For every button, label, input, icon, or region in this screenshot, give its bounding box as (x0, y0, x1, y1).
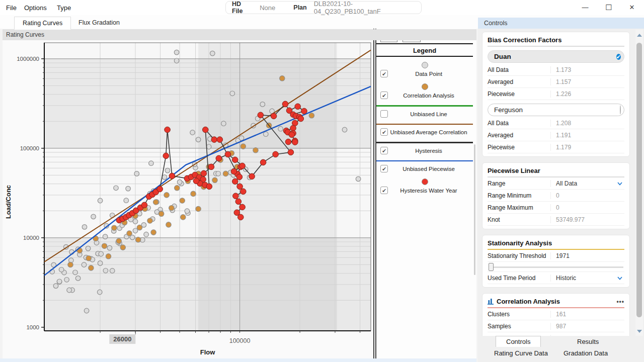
hysteresis-water-year-marker[interactable] (193, 178, 199, 184)
correlation-analysis-marker[interactable] (253, 148, 258, 153)
data-point-marker[interactable] (174, 50, 179, 55)
bottom-tab-results[interactable]: Results (577, 338, 599, 345)
menu-file[interactable]: File (6, 4, 17, 12)
data-point-marker[interactable] (57, 279, 62, 284)
close-icon[interactable]: ✕ (627, 3, 637, 12)
hysteresis-water-year-marker[interactable] (235, 199, 242, 205)
data-point-marker[interactable] (278, 126, 283, 131)
menu-options[interactable]: Options (24, 4, 47, 12)
hysteresis-water-year-marker[interactable] (260, 159, 266, 165)
correlation-analysis-marker[interactable] (191, 191, 196, 196)
data-point-marker[interactable] (264, 132, 269, 137)
data-point-marker[interactable] (98, 198, 103, 203)
data-point-marker[interactable] (239, 136, 244, 141)
data-point-marker[interactable] (342, 127, 347, 132)
data-point-marker[interactable] (133, 219, 138, 224)
data-point-marker[interactable] (86, 246, 91, 251)
hysteresis-water-year-marker[interactable] (236, 174, 243, 180)
data-point-marker[interactable] (84, 308, 89, 313)
hysteresis-water-year-marker[interactable] (211, 137, 217, 143)
data-point-marker[interactable] (196, 137, 201, 142)
legend-checkbox[interactable] (380, 110, 388, 118)
hysteresis-water-year-marker[interactable] (249, 173, 255, 179)
data-point-marker[interactable] (99, 251, 104, 256)
correlation-analysis-marker[interactable] (169, 206, 174, 211)
control-row-dropdown[interactable]: Historic (550, 275, 624, 282)
data-point-marker[interactable] (64, 278, 69, 283)
correlation-analysis-marker[interactable] (175, 186, 180, 191)
hysteresis-water-year-marker[interactable] (165, 127, 171, 133)
hysteresis-water-year-marker[interactable] (271, 113, 277, 119)
plan-value[interactable]: DLB2021-10-04_Q230_PB100_tanF (314, 0, 415, 15)
legend-checkbox[interactable]: ✔ (380, 187, 388, 194)
correlation-analysis-marker[interactable] (153, 200, 158, 205)
hysteresis-water-year-marker[interactable] (208, 164, 214, 170)
data-point-marker[interactable] (110, 268, 115, 274)
correlation-analysis-marker[interactable] (159, 211, 164, 216)
tab-rating-curves[interactable]: Rating Curves (14, 17, 71, 30)
correlation-analysis-marker[interactable] (180, 198, 185, 203)
data-point-marker[interactable] (221, 121, 226, 126)
legend-checkbox[interactable]: ✔ (380, 70, 388, 77)
data-point-marker[interactable] (177, 179, 182, 185)
data-point-marker[interactable] (210, 51, 215, 56)
correlation-analysis-marker[interactable] (309, 113, 314, 118)
hysteresis-water-year-marker[interactable] (231, 168, 237, 174)
hysteresis-water-year-marker[interactable] (240, 189, 247, 195)
hysteresis-water-year-marker[interactable] (239, 204, 246, 210)
scroll-down-icon[interactable] (637, 330, 642, 333)
maximize-icon[interactable]: ☐ (604, 3, 614, 12)
data-point-marker[interactable] (75, 276, 80, 281)
data-point-marker[interactable] (260, 102, 265, 107)
hysteresis-water-year-marker[interactable] (282, 101, 288, 107)
tab-flux-gradation[interactable]: Flux Gradation (71, 17, 127, 29)
correlation-analysis-marker[interactable] (280, 76, 285, 81)
correlation-analysis-marker[interactable] (166, 222, 171, 227)
hysteresis-water-year-marker[interactable] (238, 214, 244, 220)
hysteresis-water-year-marker[interactable] (292, 139, 298, 145)
hd-file-value[interactable]: None (260, 4, 275, 12)
hysteresis-water-year-marker[interactable] (258, 112, 264, 118)
data-point-marker[interactable] (230, 91, 235, 96)
data-point-marker[interactable] (73, 270, 78, 275)
data-point-marker[interactable] (174, 58, 179, 63)
hysteresis-water-year-marker[interactable] (232, 157, 238, 163)
data-point-marker[interactable] (103, 234, 108, 239)
hysteresis-water-year-marker[interactable] (233, 193, 239, 199)
controls-scrollbar[interactable] (635, 30, 643, 336)
legend-checkbox[interactable]: ✔ (380, 92, 388, 99)
scroll-up-icon[interactable] (637, 34, 642, 37)
data-point-marker[interactable] (206, 144, 211, 149)
data-point-marker[interactable] (124, 198, 129, 203)
bottom-tab-gradation-data[interactable]: Gradation Data (564, 349, 608, 357)
hysteresis-water-year-marker[interactable] (237, 184, 243, 190)
correlation-analysis-marker[interactable] (116, 238, 121, 243)
stationarity-slider[interactable] (488, 262, 624, 272)
correlation-analysis-marker[interactable] (86, 256, 91, 261)
correlation-analysis-marker[interactable] (68, 262, 73, 267)
correlation-analysis-marker[interactable] (89, 265, 94, 270)
data-point-marker[interactable] (82, 225, 87, 230)
hysteresis-water-year-marker[interactable] (206, 184, 212, 190)
correlation-analysis-marker[interactable] (181, 215, 186, 220)
correlation-analysis-marker[interactable] (102, 243, 107, 248)
minimize-icon[interactable]: — (580, 3, 590, 12)
data-point-marker[interactable] (59, 267, 64, 273)
hysteresis-water-year-marker[interactable] (295, 104, 301, 110)
hysteresis-water-year-marker[interactable] (169, 173, 175, 179)
unselected-radio-icon[interactable] (620, 105, 621, 115)
bias-method-duan[interactable]: Duan✔ (488, 50, 624, 63)
data-point-marker[interactable] (185, 209, 190, 214)
data-point-marker[interactable] (114, 186, 119, 191)
hysteresis-water-year-marker[interactable] (201, 170, 207, 176)
correlation-analysis-marker[interactable] (106, 254, 111, 259)
hysteresis-water-year-marker[interactable] (141, 202, 147, 208)
correlation-analysis-marker[interactable] (164, 193, 169, 198)
data-point-marker[interactable] (53, 284, 58, 289)
correlation-analysis-marker[interactable] (196, 206, 201, 211)
correlation-analysis-marker[interactable] (212, 177, 217, 183)
data-point-marker[interactable] (126, 186, 131, 191)
data-point-marker[interactable] (67, 288, 72, 293)
hysteresis-water-year-marker[interactable] (273, 151, 279, 157)
data-point-marker[interactable] (162, 175, 167, 180)
